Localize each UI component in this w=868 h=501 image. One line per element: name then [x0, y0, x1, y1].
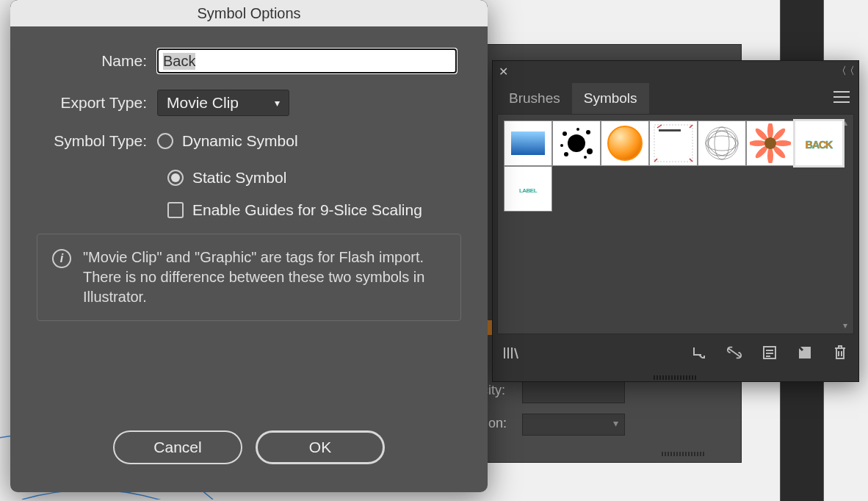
svg-point-18: [774, 140, 791, 146]
svg-point-12: [715, 127, 729, 159]
symbol-thumb-splatter[interactable]: [552, 120, 601, 166]
svg-rect-9: [659, 129, 681, 131]
export-type-value: Movie Clip: [167, 94, 239, 112]
svg-point-7: [584, 156, 587, 159]
name-label: Name:: [32, 52, 157, 70]
export-type-label: Export Type:: [32, 94, 157, 112]
symbol-options-icon[interactable]: [762, 345, 778, 361]
panel-footer: [493, 334, 858, 371]
dialog-title: Symbol Options: [10, 0, 488, 26]
static-symbol-label: Static Symbol: [192, 169, 286, 187]
export-type-dropdown[interactable]: Movie Clip ▾: [157, 90, 289, 116]
break-link-icon[interactable]: [726, 345, 742, 361]
new-symbol-icon[interactable]: [797, 345, 813, 361]
symbol-thumb-orb[interactable]: [601, 120, 649, 166]
guides-label: Enable Guides for 9-Slice Scaling: [192, 201, 422, 219]
panel-resize-grip-icon[interactable]: [654, 375, 698, 380]
opacity-select[interactable]: [522, 381, 625, 403]
info-box: i "Movie Clip" and "Graphic" are tags fo…: [37, 234, 461, 321]
svg-point-6: [560, 144, 563, 147]
symbol-thumb-spirals[interactable]: [698, 120, 746, 166]
name-field[interactable]: [157, 48, 457, 73]
symbols-panel: ✕ 〈〈 Brushes Symbols ▴ ▾: [492, 60, 859, 382]
scroll-down-icon[interactable]: ▾: [840, 320, 850, 331]
symbol-thumb-flower[interactable]: [746, 120, 795, 166]
tab-brushes[interactable]: Brushes: [497, 83, 572, 114]
svg-point-15: [767, 123, 773, 140]
info-text: "Movie Clip" and "Graphic" are tags for …: [83, 248, 446, 307]
static-symbol-radio[interactable]: [167, 170, 184, 186]
cancel-button[interactable]: Cancel: [113, 430, 242, 464]
guides-checkbox[interactable]: [167, 202, 184, 218]
svg-text:LABEL: LABEL: [519, 187, 538, 194]
ok-button[interactable]: OK: [256, 430, 385, 464]
delete-symbol-icon[interactable]: [832, 345, 848, 361]
svg-point-4: [564, 152, 568, 156]
svg-point-16: [767, 147, 773, 163]
svg-point-14: [704, 126, 741, 161]
location-select[interactable]: ▾: [522, 414, 625, 436]
symbol-options-dialog: Symbol Options Name: Export Type: Movie …: [10, 0, 488, 492]
svg-text:BACK: BACK: [806, 139, 833, 151]
symbol-thumb-back[interactable]: BACK: [795, 120, 843, 166]
svg-point-10: [706, 127, 738, 159]
svg-point-3: [587, 148, 593, 154]
svg-point-23: [764, 137, 776, 149]
place-instance-icon[interactable]: [691, 345, 707, 361]
svg-point-0: [568, 134, 585, 152]
panel-collapse-icon[interactable]: 〈〈: [836, 65, 853, 78]
panel-close-icon[interactable]: ✕: [499, 65, 508, 79]
symbol-thumb-label[interactable]: LABEL: [504, 166, 552, 212]
svg-point-1: [563, 131, 567, 136]
library-icon[interactable]: [503, 345, 519, 361]
svg-point-5: [576, 128, 579, 131]
dynamic-symbol-label: Dynamic Symbol: [182, 132, 298, 150]
info-icon: i: [52, 249, 71, 268]
symbol-thumb-registration[interactable]: [649, 120, 698, 166]
panel-menu-icon[interactable]: [825, 90, 858, 107]
chevron-down-icon: ▾: [275, 97, 280, 109]
symbol-thumb-gradient[interactable]: [504, 120, 552, 166]
tab-symbols[interactable]: Symbols: [572, 83, 649, 114]
svg-point-17: [750, 140, 767, 146]
symbol-type-label: Symbol Type:: [32, 132, 157, 150]
symbols-grid: ▴ ▾ BACK LABEL: [497, 114, 854, 334]
svg-point-2: [586, 130, 590, 134]
dynamic-symbol-radio[interactable]: [157, 133, 173, 149]
